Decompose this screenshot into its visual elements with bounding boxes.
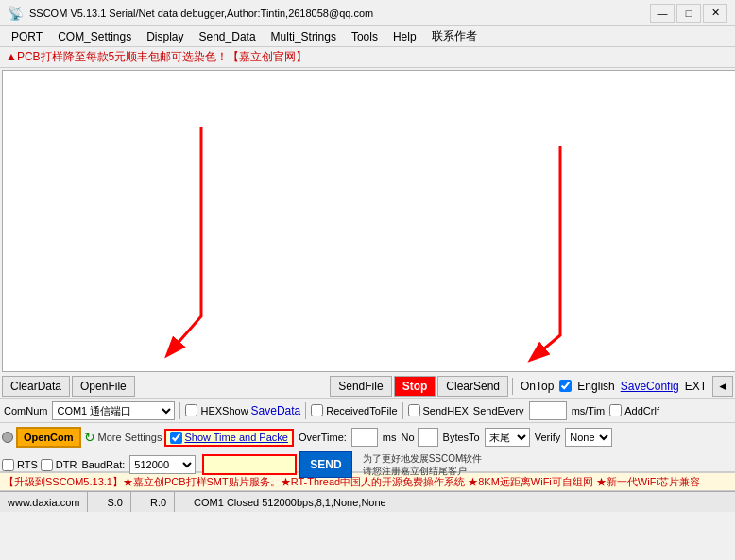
window-controls: — □ ✕ — [650, 4, 727, 23]
ad-bar: ▲PCB打样降至每款5元顺丰包邮可选染色！【嘉立创官网】 — [0, 47, 735, 68]
refresh-icon[interactable]: ↻ — [84, 430, 95, 445]
ad-text: ▲PCB打样降至每款5元顺丰包邮可选染色！【嘉立创官网】 — [6, 49, 307, 65]
clear-data-button[interactable]: ClearData — [2, 376, 70, 397]
add-crlf-checkbox[interactable] — [609, 404, 622, 416]
status-info: 为了更好地发展SSCOM软件 请您注册嘉立创结尾客户 — [363, 452, 483, 477]
collapse-button[interactable]: ◄ — [712, 376, 733, 397]
no-label: No — [402, 432, 415, 443]
menu-com-settings[interactable]: COM_Settings — [50, 28, 139, 45]
menu-port[interactable]: PORT — [4, 28, 50, 45]
send-hex-checkbox[interactable] — [408, 404, 420, 416]
menu-bar: PORT COM_Settings Display Send_Data Mult… — [0, 26, 735, 47]
verify-select[interactable]: None — [565, 428, 612, 447]
end-select[interactable]: 末尾 — [485, 428, 530, 447]
dtr-checkbox[interactable] — [41, 459, 53, 471]
toolbar2: ComNum COM1 通信端口 HEXShow SaveData Receiv… — [0, 399, 735, 423]
comnum-select[interactable]: COM1 通信端口 — [52, 401, 175, 420]
received-to-file-checkbox[interactable] — [311, 404, 323, 416]
maximize-button[interactable]: □ — [676, 4, 701, 23]
app-icon: 📡 — [8, 6, 24, 21]
no-input[interactable]: 1 — [418, 428, 438, 447]
more-settings-label[interactable]: More Settings — [98, 432, 162, 443]
stop-button[interactable]: Stop — [394, 376, 436, 397]
rts-checkbox[interactable] — [2, 459, 14, 471]
minimize-button[interactable]: — — [650, 4, 675, 23]
show-time-pack-label: Show Time and Packe — [184, 432, 287, 443]
r-segment: R:0 — [143, 492, 175, 512]
add-crlf-label: AddCrlf — [624, 405, 659, 416]
close-button[interactable]: ✕ — [703, 4, 727, 23]
title-text: SSCOM V5.13.1 Serial/Net data debugger,A… — [29, 8, 650, 19]
baud-rate-label: BaudRat: — [79, 459, 127, 470]
toolbar1: ClearData OpenFile SendFile Stop ClearSe… — [0, 374, 735, 399]
ms-label: ms — [381, 432, 399, 443]
website-text: www.daxia.com — [8, 497, 79, 508]
dtr-label: DTR — [56, 459, 77, 470]
rts-label: RTS — [17, 459, 38, 470]
received-to-file-label: ReceivedToFile — [326, 405, 397, 416]
english-label: English — [573, 380, 618, 393]
main-data-area[interactable] — [2, 70, 735, 372]
toolbar3: OpenCom ↻ More Settings Show Time and Pa… — [0, 423, 735, 472]
open-file-button[interactable]: OpenFile — [72, 376, 135, 397]
over-time-label: OverTime: — [297, 432, 349, 443]
save-data-link[interactable]: SaveData — [251, 404, 301, 417]
r-value: R:0 — [150, 497, 166, 508]
title-bar: 📡 SSCOM V5.13.1 Serial/Net data debugger… — [0, 0, 735, 26]
status-info-line1: 为了更好地发展SSCOM软件 — [363, 452, 483, 465]
clear-send-button[interactable]: ClearSend — [437, 376, 508, 397]
show-time-pack-checkbox[interactable] — [170, 432, 182, 444]
divider4 — [402, 402, 403, 419]
send-hex-label: SendHEX — [423, 405, 469, 416]
s-segment: S:0 — [99, 492, 131, 512]
divider1 — [512, 378, 513, 395]
send-every-input[interactable]: 1000 — [529, 401, 567, 420]
menu-contact[interactable]: 联系作者 — [424, 26, 485, 46]
baud-rate-select[interactable]: 512000 — [129, 455, 196, 474]
send-file-button[interactable]: SendFile — [330, 376, 391, 397]
divider2 — [179, 402, 180, 419]
hexshow-label: HEXShow — [200, 405, 248, 416]
divider3 — [305, 402, 306, 419]
menu-display[interactable]: Display — [139, 28, 191, 45]
s-value: S:0 — [107, 497, 123, 508]
ontop-label: OnTop — [517, 380, 557, 393]
ms-tim-label: ms/Tim — [570, 405, 607, 416]
save-config-link[interactable]: SaveConfig — [621, 380, 679, 393]
circle-indicator — [2, 432, 13, 443]
status-info-line2: 请您注册嘉立创结尾客户 — [363, 465, 483, 477]
send-button[interactable]: SEND — [299, 451, 351, 478]
menu-send-data[interactable]: Send_Data — [192, 28, 264, 45]
hexshow-checkbox[interactable] — [185, 404, 197, 416]
menu-multi-strings[interactable]: Multi_Strings — [264, 28, 344, 45]
website-segment[interactable]: www.daxia.com — [0, 492, 88, 512]
website-bar: www.daxia.com S:0 R:0 COM1 Closed 512000… — [0, 491, 735, 512]
menu-help[interactable]: Help — [385, 28, 424, 45]
bytes-to-label: BytesTo — [441, 432, 482, 443]
menu-tools[interactable]: Tools — [344, 28, 385, 45]
over-time-input[interactable]: 20 — [351, 428, 378, 447]
ontop-checkbox[interactable] — [559, 380, 572, 392]
arrows-overlay — [3, 71, 735, 371]
comnum-label: ComNum — [2, 405, 49, 416]
verify-label: Verify — [533, 432, 563, 443]
send-input[interactable]: AT+DEBUG=0002 — [202, 454, 297, 475]
ext-label: EXT — [681, 380, 710, 393]
port-status-segment: COM1 Closed 512000bps,8,1,None,None — [186, 492, 394, 512]
open-com-button[interactable]: OpenCom — [16, 427, 81, 448]
port-status-text: COM1 Closed 512000bps,8,1,None,None — [194, 497, 386, 508]
send-every-label: SendEvery — [471, 405, 526, 416]
